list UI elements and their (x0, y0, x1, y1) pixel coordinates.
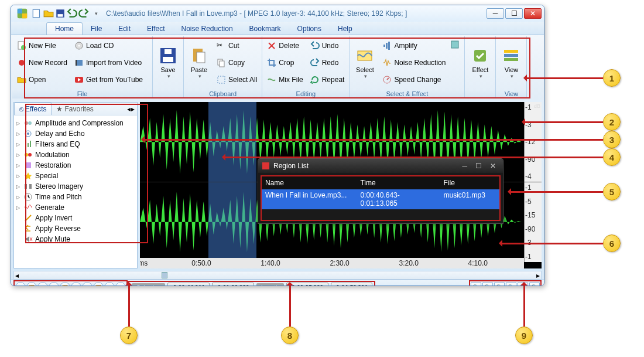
amplify-button[interactable]: Amplify (380, 40, 448, 52)
paste-icon (190, 46, 208, 65)
sidetab-favorites[interactable]: ★Favorites (52, 103, 98, 115)
tree-item[interactable]: ▷Delay and Echo (16, 128, 135, 139)
callout-5: 5 (504, 183, 621, 200)
select-all-icon (217, 75, 226, 84)
tab-noise-reduction[interactable]: Noise Reduction (173, 23, 241, 35)
open-button[interactable]: Open (15, 74, 70, 86)
tree-item[interactable]: ▷Stereo Imagery (16, 181, 135, 192)
tab-effect[interactable]: Effect (139, 23, 173, 35)
crop-button[interactable]: Crop (265, 57, 305, 69)
repeat-icon (310, 75, 320, 84)
play-button[interactable]: ▶ (49, 282, 59, 286)
tree-item[interactable]: ▷Modulation (16, 149, 135, 160)
forward-button[interactable]: ⏩ (93, 282, 104, 286)
tab-file[interactable]: File (83, 23, 110, 35)
tree-item[interactable]: ▷Generate (16, 202, 135, 213)
noise-icon (382, 58, 392, 67)
qat-save-icon[interactable] (55, 8, 66, 19)
svg-point-32 (25, 121, 28, 125)
load-cd-button[interactable]: Load CD (72, 40, 145, 52)
zoom-out-button[interactable]: 🔍 (482, 282, 493, 286)
qat-dropdown-icon[interactable] (90, 8, 101, 19)
titlebar: C:\test\audio files\When I Fall in Love.… (11, 5, 544, 22)
repeat-button[interactable]: Repeat (308, 74, 347, 86)
noise-reduction-button[interactable]: Noise Reduction (380, 57, 448, 69)
tab-edit[interactable]: Edit (110, 23, 139, 35)
qat-redo-icon[interactable] (78, 8, 89, 19)
tab-home[interactable]: Home (46, 22, 83, 35)
tree-item[interactable]: Apply Invert (16, 213, 135, 223)
tab-options[interactable]: Options (289, 23, 330, 35)
stop-button[interactable]: ⏹ (37, 282, 48, 286)
svg-rect-31 (504, 58, 518, 61)
mix-file-button[interactable]: Mix File (265, 74, 305, 86)
zoom-selection-button[interactable]: 🔍 (494, 282, 505, 286)
rewind-button[interactable]: ⏪ (26, 282, 37, 286)
select-all-button[interactable]: Select All (214, 74, 259, 86)
tab-bookmark[interactable]: Bookmark (241, 23, 289, 35)
mod-icon (23, 150, 33, 159)
cut-button[interactable]: ✂Cut (214, 40, 259, 52)
sidetab-nav[interactable]: ◂▸ (125, 105, 137, 113)
tree-item[interactable]: Apply Mute (16, 234, 135, 244)
special-icon (23, 171, 33, 181)
new-file-button[interactable]: New File (15, 40, 70, 52)
goto-end-button[interactable]: ⏭ (104, 282, 115, 286)
selection-region[interactable] (208, 182, 256, 261)
selection-end: 0:01:20.839 (212, 283, 254, 287)
redo-button[interactable]: Redo (308, 57, 347, 69)
tree-item[interactable]: ▷Amplitude and Compression (16, 118, 135, 128)
svg-point-7 (21, 45, 26, 50)
effect-button[interactable]: Effect (466, 38, 494, 88)
undo-icon (310, 41, 320, 50)
svg-rect-3 (33, 9, 39, 18)
callout-7-highlight: ⏮ ⏪ ⏹ ▶ 🔁 ▶ ⏸ ⏩ ⏭ R (13, 280, 128, 286)
get-youtube-button[interactable]: Get from YouTube (72, 74, 145, 86)
tree-item[interactable]: ▷Special (16, 171, 135, 181)
import-video-button[interactable]: Import from Video (72, 57, 145, 69)
region-list-window[interactable]: Region List ─ ☐ ✕ Name Time File When I … (258, 158, 503, 224)
close-button[interactable]: ✕ (524, 8, 542, 19)
region-list-row[interactable]: When I Fall in Love.mp3... 0:00:40.643-0… (262, 189, 499, 209)
maximize-button[interactable]: ☐ (505, 8, 523, 19)
copy-button[interactable]: Copy (214, 57, 259, 69)
loop-button[interactable]: 🔁 (60, 282, 70, 286)
group-view-label: View (496, 89, 526, 98)
tools-icon[interactable] (450, 40, 460, 49)
undo-button[interactable]: Undo (308, 40, 347, 52)
effects-tree: ▷Amplitude and Compression ▷Delay and Ec… (14, 115, 137, 247)
svg-rect-5 (58, 14, 63, 17)
group-editing-label: Editing (262, 89, 349, 98)
svg-rect-25 (388, 42, 390, 50)
pause-button[interactable]: ⏸ (82, 282, 93, 286)
speed-change-button[interactable]: Speed Change (380, 74, 448, 86)
db-label: dB (534, 103, 540, 109)
fx-icon: ⎋ (19, 105, 23, 113)
callout-4: 4 (218, 148, 621, 166)
tree-item[interactable]: ▷Filters and EQ (16, 139, 135, 149)
generate-icon (23, 203, 33, 212)
tab-help[interactable]: Help (330, 23, 361, 35)
minimize-button[interactable]: ─ (487, 8, 504, 19)
sidetab-effects[interactable]: ⎋Effects (14, 103, 52, 115)
select-button[interactable]: Select (351, 38, 379, 88)
tree-item[interactable]: ▷Restoration (16, 160, 135, 171)
delete-button[interactable]: Delete (265, 40, 305, 52)
selection-start: 0:00:44.911 (167, 283, 210, 287)
save-button[interactable]: Save (154, 38, 182, 88)
goto-start-button[interactable]: ⏮ (15, 282, 26, 286)
zoom-in-button[interactable]: 🔍 (471, 282, 481, 286)
timeline[interactable]: hms 0:50.0 1:40.0 2:30.0 3:20.0 4:10.0 (140, 258, 524, 268)
svg-rect-30 (504, 54, 518, 57)
qat-new-icon[interactable] (32, 8, 42, 19)
tree-item[interactable]: Apply Reverse (16, 223, 135, 234)
tree-item[interactable]: ▷Time and Pitch (16, 192, 135, 202)
qat-open-icon[interactable] (43, 8, 54, 19)
folder-icon (23, 118, 33, 128)
svg-rect-15 (163, 57, 173, 62)
hscroll[interactable]: ◂ ▸ (13, 271, 542, 280)
qat-undo-icon[interactable] (67, 8, 77, 19)
play-selection-button[interactable]: ▶ (71, 282, 81, 286)
new-record-button[interactable]: New Record (15, 57, 70, 69)
paste-button[interactable]: Paste (185, 38, 213, 88)
